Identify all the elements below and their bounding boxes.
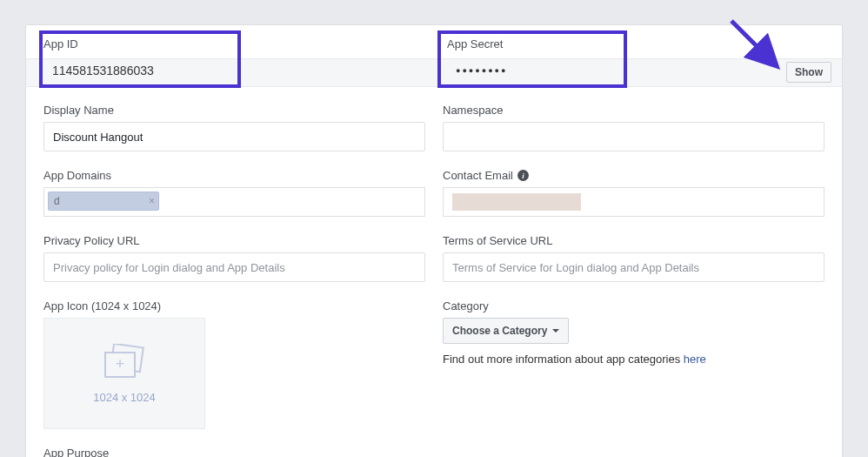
domain-chip[interactable]: d × — [48, 192, 159, 211]
app-id-value-wrap: 114581531886033 — [43, 56, 438, 84]
tos-input[interactable] — [443, 252, 825, 282]
contact-email-input[interactable] — [443, 187, 825, 217]
tos-label: Terms of Service URL — [443, 234, 825, 247]
contact-email-label-text: Contact Email — [443, 169, 513, 182]
contact-email-label: Contact Email i — [443, 169, 529, 182]
category-dropdown-label: Choose a Category — [452, 325, 547, 337]
category-dropdown[interactable]: Choose a Category — [443, 318, 569, 344]
display-name-input[interactable] — [43, 122, 425, 151]
app-secret-mask: ●●●●●●●● — [447, 66, 508, 75]
app-domains-label: App Domains — [43, 169, 425, 182]
info-icon[interactable]: i — [517, 170, 529, 181]
contact-email-redacted — [452, 193, 581, 211]
app-domains-input[interactable]: d × — [43, 187, 425, 217]
privacy-policy-label: Privacy Policy URL — [43, 234, 425, 247]
privacy-policy-input[interactable] — [43, 252, 425, 282]
app-id-col: App ID 114581531886033 — [26, 25, 438, 84]
app-secret-value-wrap: ●●●●●●●● — [447, 56, 842, 84]
app-id-label: App ID — [43, 37, 438, 50]
settings-card: App ID 114581531886033 App Secret ●●●●●●… — [25, 24, 843, 457]
chevron-down-icon — [552, 329, 559, 333]
app-secret-label: App Secret — [447, 37, 842, 50]
svg-text:+: + — [116, 355, 125, 373]
namespace-label: Namespace — [443, 104, 825, 117]
app-icon-placeholder-text: 1024 x 1024 — [93, 391, 156, 404]
category-help-text: Find out more information about app cate… — [443, 353, 825, 366]
category-help-link[interactable]: here — [684, 353, 706, 366]
app-icon-upload[interactable]: + 1024 x 1024 — [43, 318, 205, 429]
domain-chip-remove-icon[interactable]: × — [149, 195, 155, 207]
show-secret-button[interactable]: Show — [786, 62, 831, 83]
app-purpose-label: App Purpose — [43, 447, 425, 457]
app-id-value: 114581531886033 — [43, 64, 154, 77]
category-label: Category — [443, 299, 825, 313]
image-placeholder-icon: + — [102, 344, 147, 382]
domain-chip-text: d — [54, 195, 103, 207]
app-icon-label: App Icon (1024 x 1024) — [43, 299, 425, 313]
top-row: App ID 114581531886033 App Secret ●●●●●●… — [26, 25, 842, 84]
display-name-label: Display Name — [43, 104, 425, 117]
namespace-input[interactable] — [443, 122, 825, 151]
app-secret-col: App Secret ●●●●●●●● — [438, 25, 842, 84]
category-help-prefix: Find out more information about app cate… — [443, 353, 684, 366]
